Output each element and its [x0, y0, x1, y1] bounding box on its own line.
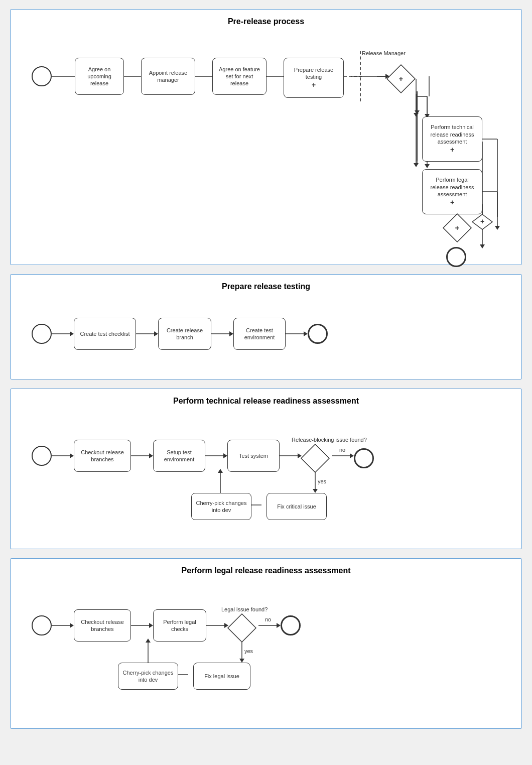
svg-marker-90 — [228, 614, 256, 642]
svg-text:Legal issue found?: Legal issue found? — [221, 606, 268, 612]
end-circle-4 — [281, 615, 301, 635]
legal-checks-label: Perform legal checks — [158, 618, 202, 633]
svg-marker-21 — [480, 244, 485, 248]
setup-tech-node: Setup test environment — [153, 440, 205, 472]
diagram1-container: Pre-release process — [10, 9, 522, 265]
svg-marker-12 — [415, 110, 420, 114]
svg-marker-35 — [414, 163, 419, 167]
svg-marker-70 — [218, 469, 223, 473]
end-circle-3 — [354, 448, 374, 468]
start-event-2 — [32, 324, 52, 345]
svg-marker-62 — [350, 453, 354, 458]
gateway2-wrapper: + — [442, 213, 472, 243]
fix-legal-node: Fix legal issue — [193, 663, 250, 690]
checkout-legal-node: Checkout release branches — [74, 609, 131, 642]
diagram1-body: + Agree on upcoming release — [21, 36, 511, 252]
diagram2-body: Create test checklist Create release bra… — [21, 301, 511, 366]
diagram4-container: Perform legal release readiness assessme… — [10, 558, 522, 729]
svg-text:+: + — [455, 223, 460, 232]
start-circle-2 — [32, 324, 52, 344]
end-event-4 — [281, 615, 301, 636]
gateway1-svg: + — [386, 64, 416, 94]
fix-legal-label: Fix legal issue — [204, 673, 239, 680]
diagram1-title: Pre-release process — [21, 17, 511, 26]
gateway2-svg: + — [442, 213, 472, 243]
svg-marker-80 — [277, 623, 281, 628]
end-event-1 — [446, 247, 466, 268]
end-event-3 — [354, 448, 374, 469]
test-system-label: Test system — [239, 452, 268, 459]
svg-text:Release-blocking issue found?: Release-blocking issue found? — [292, 437, 367, 443]
svg-marker-18 — [472, 214, 492, 229]
legal-label: Perform legal release readiness assessme… — [427, 176, 478, 198]
svg-marker-56 — [149, 453, 153, 458]
checkout-tech-node: Checkout release branches — [74, 440, 131, 472]
legal-node: Perform legal release readiness assessme… — [422, 169, 482, 214]
d4-arrows: no yes Legal issue found? — [21, 585, 511, 716]
checkout-legal-label: Checkout release branches — [78, 618, 126, 633]
svg-text:no: no — [339, 447, 345, 453]
diagram4-body: no yes Legal issue found? Checkout relea… — [21, 585, 511, 716]
svg-marker-33 — [414, 113, 419, 117]
technical-node: Perform technical release readiness asse… — [422, 116, 482, 162]
svg-marker-28 — [425, 164, 430, 168]
svg-text:+: + — [480, 217, 484, 225]
test-system-node: Test system — [227, 440, 280, 472]
svg-marker-76 — [149, 623, 153, 628]
svg-marker-88 — [146, 639, 151, 643]
start-circle-1 — [32, 66, 52, 86]
svg-text:+: + — [399, 74, 404, 83]
svg-marker-72 — [301, 444, 329, 472]
cherry-legal-node: Cherry-pick changes into dev — [118, 663, 178, 690]
end-circle-1 — [446, 247, 466, 267]
svg-marker-48 — [154, 331, 158, 336]
agree-feature-node: Agree on feature set for next release — [212, 58, 267, 95]
cherry-legal-label: Cherry-pick changes into dev — [122, 669, 174, 684]
diagram4-title: Perform legal release readiness assessme… — [21, 566, 511, 575]
diagram3-container: Perform technical release readiness asse… — [10, 389, 522, 549]
checkout-tech-label: Checkout release branches — [78, 449, 126, 463]
svg-marker-65 — [313, 489, 318, 493]
create-checklist-label: Create test checklist — [80, 330, 129, 337]
agree-upcoming-label: Agree on upcoming release — [79, 66, 119, 87]
start-event-4 — [32, 615, 52, 636]
tech-gateway-wrapper — [300, 443, 330, 473]
d3-arrows: no yes Release-blocking issue found? — [21, 416, 511, 536]
create-branch-node: Create release branch — [158, 318, 211, 350]
svg-marker-46 — [70, 331, 74, 336]
fix-tech-node: Fix critical issue — [267, 493, 327, 520]
svg-text:no: no — [265, 616, 271, 622]
diagram3-body: no yes Release-blocking issue found? Che… — [21, 416, 511, 536]
fix-tech-label: Fix critical issue — [277, 503, 316, 510]
prepare-plus: + — [312, 80, 316, 89]
legal-checks-node: Perform legal checks — [153, 609, 206, 642]
start-event-3 — [32, 446, 52, 467]
svg-text:yes: yes — [318, 478, 327, 484]
appoint-manager-label: Appoint release manager — [146, 69, 191, 84]
diagram2-title: Prepare release testing — [21, 282, 511, 291]
agree-feature-label: Agree on feature set for next release — [217, 66, 262, 87]
create-env-label: Create test environment — [238, 327, 281, 341]
tech-gateway-svg — [300, 443, 330, 473]
svg-marker-58 — [223, 453, 227, 458]
diagram2-container: Prepare release testing Create test chec… — [10, 274, 522, 379]
role-label: Release Manager — [362, 50, 406, 56]
legal-plus: + — [450, 198, 454, 207]
svg-marker-83 — [239, 659, 244, 663]
svg-marker-54 — [70, 453, 74, 458]
start-event-1 — [32, 66, 52, 87]
svg-marker-74 — [70, 623, 74, 628]
appoint-manager-node: Appoint release manager — [141, 58, 195, 95]
role-boundary — [360, 51, 361, 101]
gateway1-wrapper: + — [386, 64, 416, 94]
technical-plus: + — [450, 145, 454, 154]
legal-gateway-svg — [227, 613, 257, 643]
setup-tech-label: Setup test environment — [158, 449, 201, 463]
create-env-node: Create test environment — [233, 318, 286, 350]
create-checklist-node: Create test checklist — [74, 318, 136, 350]
cherry-tech-label: Cherry-pick changes into dev — [196, 499, 247, 514]
create-branch-label: Create release branch — [163, 327, 207, 341]
start-circle-4 — [32, 615, 52, 635]
cherry-tech-node: Cherry-pick changes into dev — [191, 493, 251, 520]
agree-upcoming-node: Agree on upcoming release — [75, 58, 124, 95]
